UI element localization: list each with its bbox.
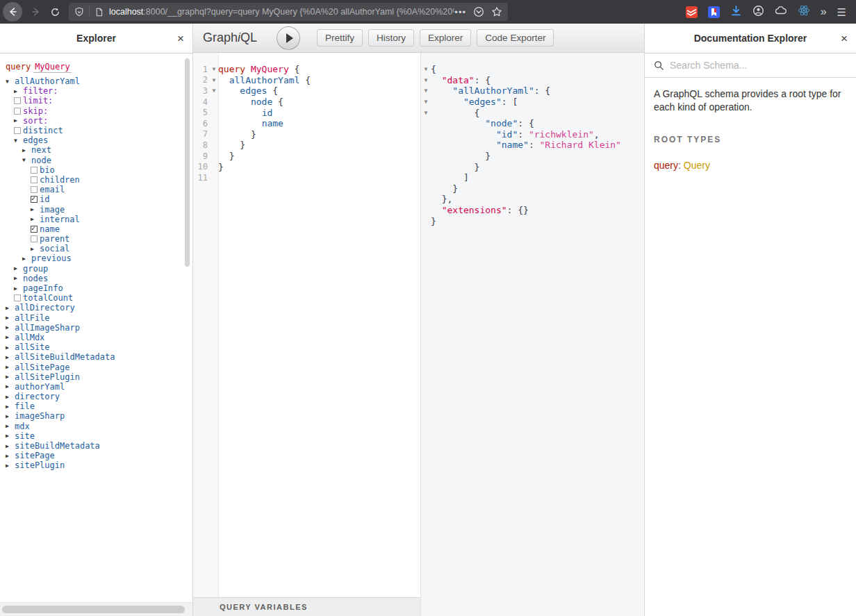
- explorer-tree-item[interactable]: skip:: [6, 106, 192, 116]
- explorer-tree-item[interactable]: ▶allDirectory: [6, 303, 192, 313]
- field-checkbox[interactable]: [14, 97, 21, 104]
- explorer-tree-item[interactable]: ▶social: [6, 244, 192, 253]
- field-checkbox[interactable]: [14, 294, 21, 301]
- prettify-button[interactable]: Prettify: [317, 29, 363, 47]
- expand-arrow-icon[interactable]: ▶: [14, 265, 23, 272]
- expand-arrow-icon[interactable]: ▶: [31, 216, 40, 222]
- explorer-tree-item[interactable]: ▶directory: [6, 392, 192, 401]
- explorer-tree-item[interactable]: ▶internal: [6, 215, 192, 224]
- field-checkbox[interactable]: [14, 108, 21, 115]
- downloads-button[interactable]: [730, 5, 742, 19]
- field-checkbox[interactable]: [14, 127, 21, 134]
- explorer-tree-item[interactable]: ▶allMdx: [6, 333, 192, 342]
- todoist-extension-icon[interactable]: [686, 6, 698, 18]
- blue-extension-icon[interactable]: [708, 6, 720, 18]
- back-button[interactable]: [3, 2, 22, 22]
- collapse-arrow-icon[interactable]: ▼: [14, 138, 23, 144]
- expand-arrow-icon[interactable]: ▶: [6, 354, 15, 360]
- explorer-toggle-button[interactable]: Explorer: [420, 29, 471, 47]
- explorer-tree-item[interactable]: ▶site: [6, 431, 192, 441]
- explorer-tree-item[interactable]: ▶authorYaml: [6, 382, 192, 392]
- expand-arrow-icon[interactable]: ▶: [6, 394, 15, 400]
- explorer-tree-item[interactable]: ▶sitePlugin: [6, 460, 192, 470]
- explorer-horizontal-scrollbar[interactable]: [2, 606, 185, 613]
- page-info-icon[interactable]: [94, 7, 104, 17]
- explorer-tree-item[interactable]: ▶sitePage: [6, 451, 192, 460]
- field-checkbox[interactable]: [31, 235, 38, 242]
- explorer-tree-item[interactable]: ▶group: [6, 264, 192, 274]
- expand-arrow-icon[interactable]: ▶: [6, 433, 15, 439]
- query-name-input[interactable]: MyQuery: [33, 62, 72, 73]
- explorer-tree-item[interactable]: name: [6, 224, 192, 234]
- explorer-tree-item[interactable]: ▶nodes: [6, 274, 192, 283]
- account-button[interactable]: [752, 5, 764, 19]
- explorer-tree-item[interactable]: ▶pageInfo: [6, 283, 192, 293]
- root-query-type-link[interactable]: Query: [684, 160, 710, 171]
- fold-arrow-icon[interactable]: ▼: [210, 77, 218, 83]
- reload-button[interactable]: [50, 7, 60, 17]
- explorer-tree-item[interactable]: ▶next: [6, 145, 192, 155]
- explorer-tree-item[interactable]: email: [6, 185, 192, 194]
- url-bar[interactable]: localhost:8000/__graphql?query=query MyQ…: [69, 3, 508, 21]
- expand-arrow-icon[interactable]: ▶: [14, 275, 23, 281]
- expand-arrow-icon[interactable]: ▶: [6, 305, 15, 311]
- page-actions-icon[interactable]: •••: [454, 7, 466, 17]
- expand-arrow-icon[interactable]: ▶: [6, 453, 15, 459]
- expand-arrow-icon[interactable]: ▶: [14, 285, 23, 292]
- explorer-tree-item[interactable]: bio: [6, 165, 192, 175]
- expand-arrow-icon[interactable]: ▶: [14, 117, 23, 124]
- explorer-close-icon[interactable]: ×: [177, 33, 184, 44]
- query-variables-bar[interactable]: QUERY VARIABLES: [193, 597, 420, 616]
- explorer-tree-item[interactable]: ▶imageSharp: [6, 411, 192, 421]
- explorer-tree-item[interactable]: ▶image: [6, 204, 192, 214]
- explorer-tree-item[interactable]: id: [6, 194, 192, 204]
- field-checkbox[interactable]: [31, 176, 38, 183]
- expand-arrow-icon[interactable]: ▶: [31, 206, 40, 213]
- react-devtools-icon[interactable]: [798, 4, 810, 19]
- expand-arrow-icon[interactable]: ▶: [6, 463, 15, 469]
- explorer-tree-item[interactable]: ▶allFile: [6, 313, 192, 323]
- sync-cloud-button[interactable]: [775, 5, 787, 19]
- explorer-tree-item[interactable]: ▶allSiteBuildMetadata: [6, 352, 192, 362]
- explorer-tree-item[interactable]: totalCount: [6, 293, 192, 303]
- field-checkbox-checked[interactable]: [31, 226, 38, 233]
- fold-arrow-icon[interactable]: ▼: [210, 88, 218, 94]
- collapse-arrow-icon[interactable]: ▼: [6, 78, 15, 85]
- explorer-tree-item[interactable]: ▶filter:: [6, 86, 192, 96]
- fold-arrow-icon[interactable]: ▼: [421, 77, 431, 83]
- code-exporter-button[interactable]: Code Exporter: [477, 29, 554, 47]
- bookmark-star-icon[interactable]: [491, 6, 502, 17]
- expand-arrow-icon[interactable]: ▶: [22, 147, 31, 153]
- forward-button[interactable]: [31, 6, 42, 17]
- explorer-vertical-scrollbar[interactable]: [185, 58, 190, 267]
- doc-explorer-close-icon[interactable]: ×: [841, 33, 848, 44]
- explorer-tree-item[interactable]: ▶previous: [6, 253, 192, 263]
- explorer-tree-item[interactable]: ▼node: [6, 156, 192, 165]
- expand-arrow-icon[interactable]: ▶: [6, 423, 15, 429]
- root-query-field[interactable]: query: [654, 160, 678, 171]
- explorer-tree-item[interactable]: ▶allSitePage: [6, 362, 192, 372]
- fold-arrow-icon[interactable]: ▼: [210, 66, 218, 72]
- pocket-icon[interactable]: [473, 6, 484, 17]
- fold-arrow-icon[interactable]: ▼: [421, 66, 431, 72]
- explorer-tree-item[interactable]: ▶allImageSharp: [6, 323, 192, 333]
- toolbar-overflow-chevron[interactable]: »: [821, 6, 827, 17]
- explorer-tree-item[interactable]: distinct: [6, 126, 192, 135]
- expand-arrow-icon[interactable]: ▶: [6, 324, 15, 331]
- expand-arrow-icon[interactable]: ▶: [6, 334, 15, 340]
- schema-search-input[interactable]: [670, 60, 847, 71]
- execute-query-button[interactable]: [277, 26, 300, 50]
- expand-arrow-icon[interactable]: ▶: [6, 344, 15, 351]
- explorer-tree-item[interactable]: parent: [6, 234, 192, 244]
- expand-arrow-icon[interactable]: ▶: [6, 413, 15, 419]
- query-editor-lines[interactable]: 1▼query MyQuery {2▼ allAuthorYaml {3▼ ed…: [193, 53, 420, 597]
- expand-arrow-icon[interactable]: ▶: [6, 364, 15, 370]
- menu-hamburger-icon[interactable]: ☰: [837, 7, 846, 17]
- expand-arrow-icon[interactable]: ▶: [6, 383, 15, 390]
- fold-arrow-icon[interactable]: ▼: [421, 88, 431, 94]
- explorer-tree-item[interactable]: limit:: [6, 96, 192, 106]
- collapse-arrow-icon[interactable]: ▼: [22, 157, 31, 163]
- explorer-tree-item[interactable]: children: [6, 175, 192, 185]
- explorer-tree-item[interactable]: ▶mdx: [6, 422, 192, 431]
- field-checkbox[interactable]: [31, 186, 38, 193]
